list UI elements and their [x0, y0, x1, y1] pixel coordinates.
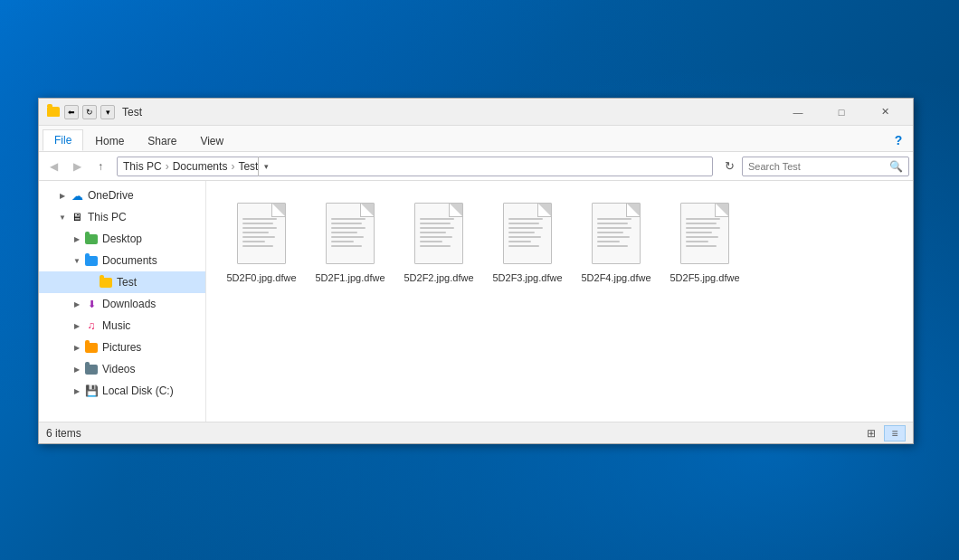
tab-home[interactable]: Home [83, 129, 136, 151]
address-dropdown[interactable]: ▾ [258, 157, 274, 176]
refresh-button[interactable]: ↻ [718, 156, 740, 177]
tab-share[interactable]: Share [136, 129, 188, 151]
file-item[interactable]: 5D2F1.jpg.dfwe [309, 195, 391, 288]
expand-desktop[interactable]: ▶ [71, 233, 82, 244]
expand-music[interactable]: ▶ [71, 320, 82, 331]
file-area: 5D2F0.jpg.dfwe5D2F1.jpg.dfwe5D2F2.jpg.df… [206, 181, 913, 422]
file-explorer-window: ⬅ ↻ ▾ Test — □ ✕ File Home Share View ? … [38, 98, 914, 444]
desktop-icon [84, 232, 99, 246]
file-item[interactable]: 5D2F3.jpg.dfwe [487, 195, 568, 288]
back-button[interactable]: ◀ [43, 156, 64, 177]
quick-btn-3[interactable]: ▾ [100, 105, 115, 119]
onedrive-icon [70, 188, 84, 203]
ribbon: File Home Share View ? [39, 126, 913, 152]
document-icon [680, 203, 729, 264]
document-icon [503, 203, 552, 264]
videos-icon [84, 362, 99, 376]
documents-icon [84, 253, 99, 268]
file-item[interactable]: 5D2F5.jpg.dfwe [664, 195, 745, 288]
expand-documents[interactable]: ▼ [71, 255, 82, 266]
status-bar: 6 items ⊞ ≡ [39, 422, 913, 443]
document-icon [237, 203, 286, 264]
sidebar-label-local-disk: Local Disk (C:) [102, 384, 174, 397]
sidebar-label-pictures: Pictures [102, 341, 141, 354]
window-controls: — □ ✕ [777, 99, 906, 126]
sidebar: ▶ OneDrive ▼ 🖥 This PC ▶ Desktop ▼ Docum… [39, 181, 206, 422]
minimize-button[interactable]: — [777, 99, 819, 126]
file-name: 5D2F2.jpg.dfwe [404, 271, 473, 284]
breadcrumb-documents[interactable]: Documents [173, 160, 228, 173]
address-bar: ◀ ▶ ↑ This PC › Documents › Test ▾ ↻ 🔍 [39, 152, 913, 181]
sidebar-item-desktop[interactable]: ▶ Desktop [39, 228, 205, 250]
search-box[interactable]: 🔍 [742, 157, 909, 176]
document-icon [592, 203, 641, 264]
sidebar-item-downloads[interactable]: ▶ Downloads [39, 293, 205, 315]
expand-videos[interactable]: ▶ [71, 364, 82, 375]
file-name: 5D2F0.jpg.dfwe [226, 271, 296, 284]
file-name: 5D2F3.jpg.dfwe [492, 271, 562, 284]
close-button[interactable]: ✕ [864, 99, 906, 126]
sidebar-item-videos[interactable]: ▶ Videos [39, 358, 205, 380]
quick-btn-1[interactable]: ⬅ [64, 105, 79, 119]
file-icon-wrapper [321, 199, 379, 268]
file-name: 5D2F4.jpg.dfwe [581, 271, 650, 284]
music-icon [84, 318, 99, 333]
expand-onedrive[interactable]: ▶ [57, 190, 68, 201]
quick-access-toolbar: ⬅ ↻ ▾ [64, 105, 115, 119]
breadcrumb-this-pc[interactable]: This PC [123, 160, 162, 173]
item-count: 6 items [46, 427, 81, 440]
expand-pictures[interactable]: ▶ [71, 342, 82, 353]
ribbon-tabs: File Home Share View ? [39, 126, 913, 151]
document-icon [326, 203, 375, 264]
search-input[interactable] [748, 161, 889, 172]
sidebar-item-local-disk[interactable]: ▶ 💾 Local Disk (C:) [39, 380, 205, 402]
sidebar-item-pictures[interactable]: ▶ Pictures [39, 337, 205, 358]
help-button[interactable]: ? [888, 129, 909, 151]
tab-file[interactable]: File [43, 129, 83, 151]
file-item[interactable]: 5D2F4.jpg.dfwe [575, 195, 657, 288]
sidebar-label-desktop: Desktop [102, 233, 142, 245]
main-area: ▶ OneDrive ▼ 🖥 This PC ▶ Desktop ▼ Docum… [39, 181, 913, 422]
pictures-icon [84, 340, 99, 355]
file-item[interactable]: 5D2F0.jpg.dfwe [221, 195, 302, 288]
window-title: Test [122, 106, 777, 119]
up-button[interactable]: ↑ [90, 156, 111, 177]
forward-button[interactable]: ▶ [66, 156, 88, 177]
folder-icon [47, 107, 60, 117]
file-name: 5D2F1.jpg.dfwe [315, 271, 385, 284]
sidebar-item-this-pc[interactable]: ▼ 🖥 This PC [39, 206, 205, 228]
downloads-icon [84, 297, 99, 311]
document-icon [414, 203, 463, 264]
breadcrumb-sep-2: › [231, 160, 234, 173]
file-icon-wrapper [233, 199, 290, 268]
file-icon-wrapper [587, 199, 645, 268]
title-bar: ⬅ ↻ ▾ Test — □ ✕ [39, 99, 913, 126]
file-icon-wrapper [410, 199, 468, 268]
expand-local-disk[interactable]: ▶ [71, 385, 82, 396]
maximize-button[interactable]: □ [821, 99, 862, 126]
this-pc-icon: 🖥 [70, 210, 84, 224]
tab-view[interactable]: View [188, 129, 235, 151]
search-icon[interactable]: 🔍 [889, 160, 903, 173]
sidebar-item-onedrive[interactable]: ▶ OneDrive [39, 185, 205, 206]
sidebar-item-documents[interactable]: ▼ Documents [39, 250, 205, 271]
sidebar-label-downloads: Downloads [102, 298, 156, 310]
sidebar-item-music[interactable]: ▶ Music [39, 315, 205, 337]
sidebar-label-onedrive: OneDrive [88, 189, 134, 202]
sidebar-label-this-pc: This PC [88, 211, 127, 223]
view-list-button[interactable]: ≡ [884, 425, 906, 441]
expand-this-pc[interactable]: ▼ [57, 212, 68, 223]
view-grid-button[interactable]: ⊞ [860, 425, 882, 441]
address-path[interactable]: This PC › Documents › Test ▾ [117, 157, 713, 176]
title-bar-icon [46, 105, 61, 119]
file-item[interactable]: 5D2F2.jpg.dfwe [398, 195, 480, 288]
expand-test [86, 277, 97, 288]
breadcrumb-test[interactable]: Test [238, 160, 258, 173]
sidebar-label-music: Music [102, 319, 130, 332]
file-name: 5D2F5.jpg.dfwe [669, 271, 739, 284]
expand-downloads[interactable]: ▶ [71, 299, 82, 309]
file-icon-wrapper [498, 199, 556, 268]
local-disk-icon: 💾 [84, 384, 99, 398]
sidebar-item-test[interactable]: Test [39, 271, 205, 293]
quick-btn-2[interactable]: ↻ [82, 105, 97, 119]
